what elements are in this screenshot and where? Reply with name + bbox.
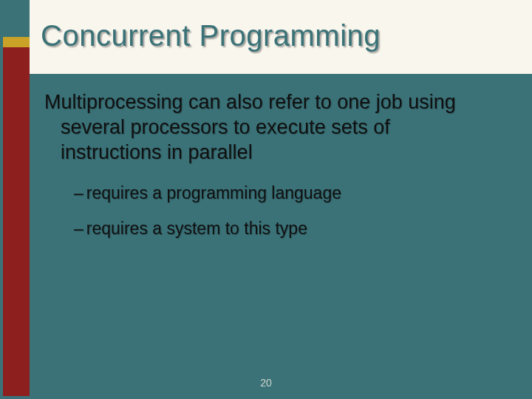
bullet-text: requires a system to this type (86, 219, 307, 238)
accent-column (3, 37, 30, 396)
dash-icon: – (74, 183, 83, 202)
page-number: 20 (0, 377, 532, 389)
slide-body: Multiprocessing can also refer to one jo… (44, 90, 488, 253)
dash-icon: – (74, 219, 83, 238)
bullet-text: requires a programming language (86, 183, 341, 202)
accent-bar (3, 37, 30, 47)
bullet-item: –requires a programming language (74, 183, 488, 205)
bullet-item: –requires a system to this type (74, 218, 488, 240)
body-paragraph: Multiprocessing can also refer to one jo… (44, 90, 488, 165)
slide: Concurrent Programming Multiprocessing c… (0, 0, 532, 399)
slide-title: Concurrent Programming (41, 19, 381, 52)
